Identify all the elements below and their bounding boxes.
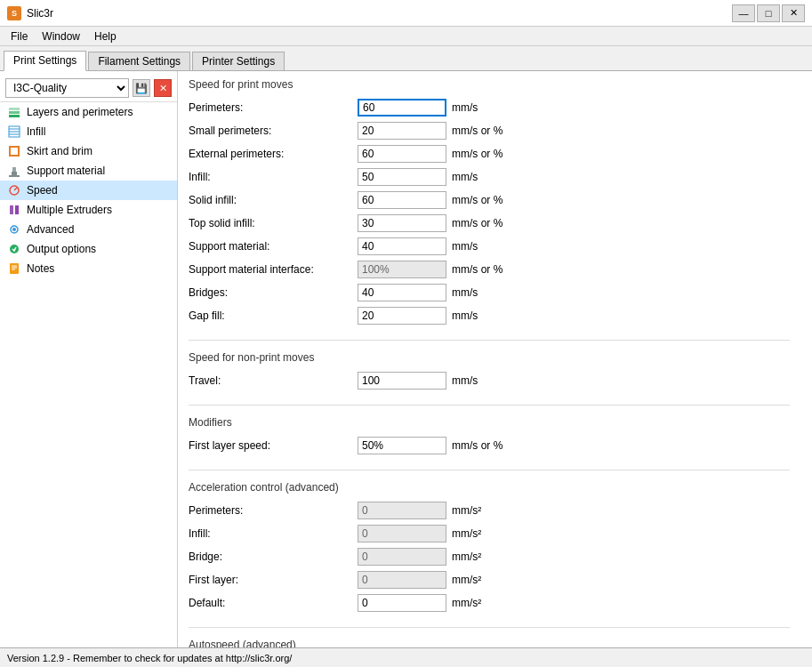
sidebar-item-notes[interactable]: Notes (0, 259, 177, 278)
content-area: Speed for print moves Perimeters: mm/s S… (178, 71, 812, 647)
accel-default-input[interactable] (358, 594, 446, 612)
gap-fill-input[interactable] (358, 307, 446, 325)
accel-perimeters-input[interactable] (358, 502, 446, 519)
sidebar-item-infill[interactable]: Infill (0, 122, 177, 141)
menu-help[interactable]: Help (87, 28, 124, 44)
section-print-moves: Speed for print moves Perimeters: mm/s S… (189, 78, 790, 325)
support-material-input[interactable] (358, 237, 446, 255)
sidebar-item-support[interactable]: Support material (0, 161, 177, 181)
svg-line-12 (14, 188, 17, 190)
form-row-external-perimeters: External perimeters: mm/s or % (189, 144, 790, 164)
support-material-label: Support material: (189, 240, 358, 253)
accel-infill-label: Infill: (189, 527, 358, 540)
infill-speed-input[interactable] (358, 168, 446, 186)
sidebar-item-layers[interactable]: Layers and perimeters (0, 102, 177, 122)
section-modifiers-title: Modifiers (189, 416, 790, 429)
title-bar: S Slic3r — □ ✕ (0, 0, 812, 27)
menu-file[interactable]: File (4, 28, 35, 44)
form-row-gap-fill: Gap fill: mm/s (189, 306, 790, 325)
sidebar-item-label: Notes (27, 262, 54, 275)
small-perimeters-input[interactable] (358, 122, 446, 140)
svg-point-17 (10, 245, 19, 253)
form-row-solid-infill: Solid infill: mm/s or % (189, 190, 790, 210)
travel-input[interactable] (358, 372, 446, 390)
tab-filament-settings[interactable]: Filament Settings (88, 52, 190, 70)
minimize-button[interactable]: — (732, 4, 755, 22)
bridges-label: Bridges: (189, 286, 358, 299)
svg-rect-9 (12, 167, 16, 172)
title-bar-left: S Slic3r (7, 6, 53, 20)
layers-icon (7, 105, 21, 119)
advanced-icon (7, 222, 21, 237)
travel-unit: mm/s (452, 374, 478, 387)
infill-speed-unit: mm/s (452, 171, 478, 183)
accel-infill-input[interactable] (358, 525, 446, 542)
form-row-first-layer-speed: First layer speed: mm/s or % (189, 436, 790, 455)
form-row-small-perimeters: Small perimeters: mm/s or % (189, 121, 790, 141)
menu-window[interactable]: Window (35, 28, 87, 44)
menu-bar: File Window Help (0, 27, 812, 46)
solid-infill-input[interactable] (358, 191, 446, 209)
accel-first-layer-unit: mm/s² (452, 574, 481, 586)
first-layer-speed-input[interactable] (358, 437, 446, 454)
tab-print-settings[interactable]: Print Settings (4, 51, 86, 71)
svg-rect-1 (9, 111, 20, 114)
save-preset-button[interactable]: 💾 (133, 79, 150, 97)
sidebar-item-label: Multiple Extruders (27, 204, 112, 216)
sidebar-item-output[interactable]: Output options (0, 239, 177, 259)
main-layout: I3C-Quality 💾 ✕ Layers and perimeters In… (0, 71, 812, 647)
form-row-travel: Travel: mm/s (189, 371, 790, 390)
speed-icon (7, 183, 21, 197)
form-row-accel-default: Default: mm/s² (189, 593, 790, 613)
close-button[interactable]: ✕ (782, 4, 805, 22)
app-title: Slic3r (27, 7, 53, 20)
status-bar: Version 1.2.9 - Remember to check for up… (0, 647, 812, 667)
bridges-unit: mm/s (452, 286, 478, 299)
extruders-icon (7, 203, 21, 217)
perimeters-label: Perimeters: (189, 101, 358, 114)
section-modifiers: Modifiers First layer speed: mm/s or % (189, 416, 790, 455)
section-autospeed-title: Autospeed (advanced) (189, 639, 790, 647)
form-row-bridges: Bridges: mm/s (189, 283, 790, 302)
svg-rect-10 (9, 175, 20, 177)
sidebar-item-advanced[interactable]: Advanced (0, 220, 177, 239)
svg-rect-0 (9, 115, 20, 117)
sidebar-item-label: Speed (27, 184, 58, 197)
delete-preset-button[interactable]: ✕ (154, 79, 172, 97)
perimeters-input[interactable] (358, 99, 446, 117)
maximize-button[interactable]: □ (757, 4, 780, 22)
section-print-moves-title: Speed for print moves (189, 78, 790, 91)
form-row-support-interface: Support material interface: mm/s or % (189, 260, 790, 279)
accel-first-layer-input[interactable] (358, 571, 446, 589)
form-row-accel-bridge: Bridge: mm/s² (189, 547, 790, 567)
svg-rect-2 (9, 108, 20, 110)
section-autospeed: Autospeed (advanced) Max print speed: mm… (189, 639, 790, 647)
support-interface-unit: mm/s or % (452, 263, 502, 276)
support-interface-input[interactable] (358, 261, 446, 278)
accel-default-unit: mm/s² (452, 597, 481, 609)
status-text: Version 1.2.9 - Remember to check for up… (7, 653, 292, 663)
top-solid-infill-input[interactable] (358, 214, 446, 232)
sidebar-item-speed[interactable]: Speed (0, 181, 177, 200)
bridges-input[interactable] (358, 284, 446, 301)
accel-bridge-input[interactable] (358, 548, 446, 566)
tab-printer-settings[interactable]: Printer Settings (192, 52, 285, 70)
external-perimeters-input[interactable] (358, 145, 446, 163)
sidebar-item-skirt[interactable]: Skirt and brim (0, 141, 177, 161)
divider-2 (189, 405, 790, 406)
first-layer-speed-unit: mm/s or % (452, 439, 502, 452)
svg-point-16 (12, 228, 16, 231)
perimeters-unit: mm/s (452, 101, 478, 114)
window-controls: — □ ✕ (732, 4, 805, 22)
form-row-top-solid-infill: Top solid infill: mm/s or % (189, 213, 790, 233)
form-row-perimeters: Perimeters: mm/s (189, 98, 790, 117)
accel-bridge-label: Bridge: (189, 550, 358, 563)
preset-select[interactable]: I3C-Quality (5, 78, 129, 98)
sidebar-item-extruders[interactable]: Multiple Extruders (0, 200, 177, 220)
support-icon (7, 164, 21, 178)
solid-infill-label: Solid infill: (189, 194, 358, 206)
accel-first-layer-label: First layer: (189, 574, 358, 586)
gap-fill-unit: mm/s (452, 309, 478, 322)
support-interface-label: Support material interface: (189, 263, 358, 276)
output-icon (7, 242, 21, 256)
